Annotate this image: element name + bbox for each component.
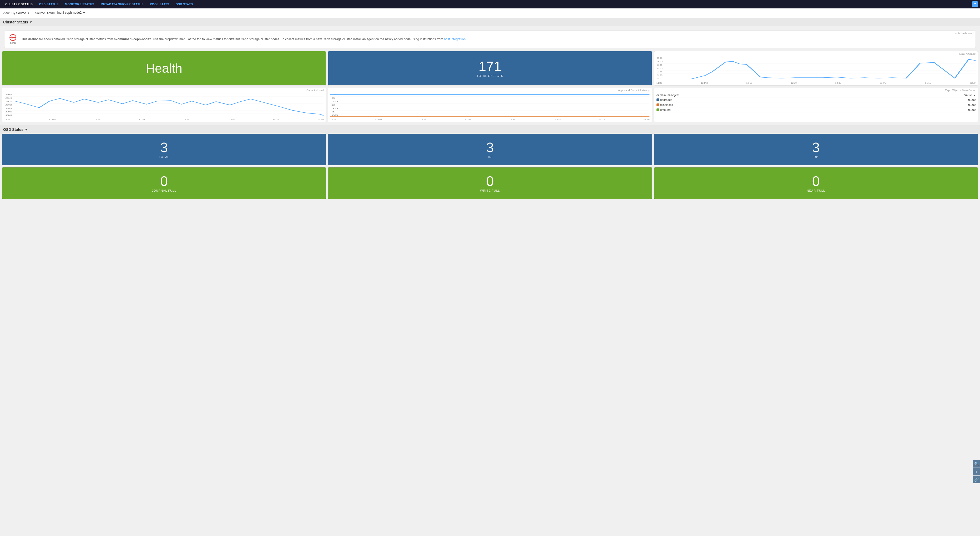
capacity-chart: .gridline2 { stroke: #eee; stroke-width:… [5, 93, 323, 117]
capacity-x-axis: 11:45 12 PM 12:15 12:30 12:45 01 PM 01:1… [5, 118, 323, 121]
help-button[interactable]: ? [972, 1, 978, 7]
source-arrow-icon: ▼ [83, 11, 86, 14]
table-col1-header: ceph.num.object [657, 94, 679, 97]
view-value: By Source [11, 11, 26, 15]
svg-line-6 [11, 35, 12, 37]
svg-text:.90: .90 [5, 104, 12, 106]
capacity-used-panel: Capacity Used .gridline2 { stroke: #eee;… [2, 88, 326, 122]
osd-journal-full-label: JOURNAL FULL [152, 189, 176, 192]
table-row: unfound 0.000 [657, 107, 975, 112]
osd-status-header[interactable]: OSD Status ∨ [0, 125, 980, 134]
osd-in-value: 3 [486, 140, 494, 154]
nav-metadata-server-status[interactable]: METADATA SERVER STATUS [97, 0, 147, 8]
load-average-panel: Load Average .gridline { stroke: #eee; s… [654, 51, 978, 86]
latency-panel: Apply and Commit Latency .gridline3 { st… [328, 88, 652, 122]
svg-text:35: 35 [657, 57, 663, 59]
osd-write-full-panel: 0 WRITE FULL [328, 168, 652, 199]
svg-text:.84: .84 [5, 114, 12, 116]
table-col2-header: Value ▲ [964, 94, 975, 97]
top-navigation: CLUSTER STATUS OSD STATUS MONITORS STATU… [0, 0, 980, 8]
cluster-status-section: Cluster Status ∨ Ceph Dashboard [0, 18, 980, 124]
table-cell-unfound-name: unfound [657, 108, 671, 112]
dashboard-info-text: This dashboard shows detailed Ceph stora… [21, 37, 466, 41]
table-cell-unfound-value: 0.000 [968, 108, 975, 112]
osd-chevron-icon: ∨ [25, 128, 27, 131]
cluster-chevron-icon: ∨ [30, 21, 32, 24]
svg-text:.88: .88 [5, 107, 12, 110]
osd-panels-row1: 3 TOTAL 3 IN 3 UP [0, 134, 980, 168]
svg-point-1 [12, 37, 14, 38]
table-cell-degraded-value: 0.000 [968, 98, 975, 101]
osd-up-panel: 3 UP [654, 134, 978, 165]
latency-chart: .gridline3 { stroke: #eee; stroke-width:… [330, 93, 649, 117]
svg-text:.92: .92 [5, 100, 12, 103]
view-select[interactable]: By Source ▼ [11, 11, 30, 15]
svg-text:.05: .05 [330, 114, 338, 116]
svg-line-8 [14, 35, 15, 37]
osd-up-label: UP [814, 155, 818, 158]
svg-text:30: 30 [657, 60, 663, 63]
svg-text:.15: .15 [330, 107, 338, 110]
health-panel: Health [2, 51, 326, 86]
osd-total-label: TOTAL [159, 155, 169, 158]
osd-panels-row2: 0 JOURNAL FULL 0 WRITE FULL 0 NEAR FULL [0, 168, 980, 201]
load-avg-chart-container: .gridline { stroke: #eee; stroke-width: … [657, 53, 975, 84]
nav-osd-stats[interactable]: OSD STATS [172, 0, 196, 8]
osd-journal-full-value: 0 [160, 174, 168, 188]
load-avg-x-axis: 11:45 12 PM 12:15 12:30 12:45 01 PM 01:1… [657, 81, 975, 84]
osd-near-full-panel: 0 NEAR FULL [654, 168, 978, 199]
total-objects-value: 171 [479, 59, 501, 73]
unfound-color-dot [657, 108, 659, 111]
nav-osd-status[interactable]: OSD STATUS [36, 0, 62, 8]
ceph-logo: ceph [8, 34, 18, 45]
table-cell-misplaced-name: misplaced [657, 103, 673, 106]
svg-line-9 [11, 38, 12, 40]
osd-total-value: 3 [160, 140, 168, 154]
nav-monitors-status[interactable]: MONITORS STATUS [62, 0, 97, 8]
dashboard-title: Ceph Dashboard [953, 32, 974, 35]
table-header: ceph.num.object Value ▲ [657, 93, 975, 97]
osd-total-panel: 3 TOTAL [2, 134, 326, 165]
ceph-objects-title: Ceph Objects State Count [657, 89, 975, 92]
ceph-text: ceph [10, 41, 16, 45]
nav-cluster-status[interactable]: CLUSTER STATUS [2, 0, 36, 8]
view-label: View [3, 11, 10, 15]
svg-text:.96: .96 [5, 94, 12, 96]
osd-write-full-label: WRITE FULL [480, 189, 500, 192]
osd-write-full-value: 0 [486, 174, 494, 188]
cluster-status-title: Cluster Status [3, 20, 28, 24]
osd-near-full-label: NEAR FULL [807, 189, 825, 192]
svg-text:15: 15 [657, 70, 663, 73]
load-avg-chart: .gridline { stroke: #eee; stroke-width: … [657, 57, 975, 80]
dashboard-info-box: Ceph Dashboard ceph This dashboard [4, 30, 976, 48]
source-value-text: skommineni-ceph-node2 [47, 11, 81, 14]
total-objects-panel: 171 TOTAL OBJECTS [328, 51, 652, 86]
osd-near-full-value: 0 [812, 174, 820, 188]
svg-text:.1: .1 [330, 110, 335, 113]
capacity-chart-container: .gridline2 { stroke: #eee; stroke-width:… [5, 89, 323, 121]
host-integration-link[interactable]: host integration [444, 37, 466, 41]
source-select[interactable]: skommineni-ceph-node2 ▼ [47, 11, 85, 15]
sort-arrow-icon: ▲ [973, 94, 975, 97]
svg-line-7 [14, 38, 15, 40]
cluster-status-header[interactable]: Cluster Status ∨ [0, 18, 980, 26]
osd-journal-full-panel: 0 JOURNAL FULL [2, 168, 326, 199]
source-label: Source [35, 11, 45, 15]
svg-text:.94: .94 [5, 97, 12, 99]
osd-in-panel: 3 IN [328, 134, 652, 165]
nav-pool-stats[interactable]: POOL STATS [147, 0, 172, 8]
latency-x-axis: 11:45 12 PM 12:15 12:30 12:45 01 PM 01:1… [330, 118, 649, 121]
table-cell-misplaced-value: 0.000 [968, 103, 975, 106]
cluster-panels-row1: Health 171 TOTAL OBJECTS Load Average .g… [0, 51, 980, 88]
osd-in-label: IN [488, 155, 492, 158]
svg-text:10: 10 [657, 74, 663, 77]
svg-text:20: 20 [657, 67, 663, 70]
health-value: Health [146, 61, 182, 75]
svg-text:.3: .3 [330, 97, 335, 99]
osd-up-value: 3 [812, 140, 820, 154]
cluster-panels-row2: Capacity Used .gridline2 { stroke: #eee;… [0, 88, 980, 124]
total-objects-label: TOTAL OBJECTS [477, 74, 503, 77]
svg-text:.86: .86 [5, 110, 12, 113]
svg-text:.25: .25 [330, 100, 338, 103]
svg-text:.2: .2 [330, 104, 335, 106]
